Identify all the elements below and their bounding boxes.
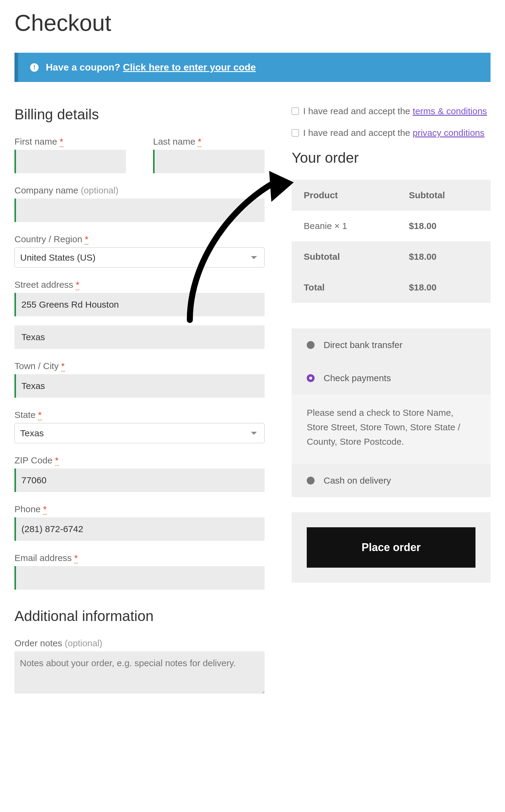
email-input[interactable] [14, 566, 265, 590]
phone-label: Phone * [14, 504, 265, 514]
order-header-product: Product [292, 180, 397, 211]
state-select[interactable]: Texas [14, 423, 265, 443]
page-title: Checkout [14, 10, 491, 36]
radio-icon [307, 374, 315, 382]
terms-checkbox[interactable] [292, 108, 299, 115]
privacy-consent-row: I have read and accept the privacy condi… [292, 128, 491, 138]
country-label: Country / Region * [14, 234, 265, 244]
phone-input[interactable] [14, 517, 265, 541]
place-order-button[interactable]: Place order [307, 527, 476, 568]
radio-icon [307, 341, 315, 349]
zip-label: ZIP Code * [14, 455, 265, 465]
subtotal-label: Subtotal [292, 241, 397, 272]
pay-option-cod-label: Cash on delivery [324, 475, 391, 486]
first-name-label: First name * [14, 137, 126, 147]
pay-check-description: Please send a check to Store Name, Store… [292, 395, 491, 464]
city-label: Town / City * [14, 361, 265, 371]
email-label: Email address * [14, 553, 265, 563]
company-input[interactable] [14, 199, 265, 222]
additional-heading: Additional information [14, 608, 265, 624]
terms-prefix: I have read and accept the [303, 106, 413, 116]
pay-option-bank[interactable]: Direct bank transfer [292, 329, 491, 362]
line-item-price: $18.00 [397, 211, 491, 241]
street-input-2[interactable] [14, 326, 265, 349]
table-row: Subtotal $18.00 [292, 241, 491, 272]
order-notes-label: Order notes (optional) [14, 638, 265, 648]
info-icon: ! [30, 63, 38, 72]
privacy-prefix: I have read and accept the [303, 128, 413, 138]
total-label: Total [292, 272, 397, 303]
pay-option-bank-label: Direct bank transfer [324, 340, 402, 350]
order-notes-input[interactable] [14, 651, 265, 693]
table-row: Beanie × 1 $18.00 [292, 211, 491, 241]
place-order-wrap: Place order [292, 512, 491, 583]
coupon-question: Have a coupon? [46, 62, 120, 72]
coupon-banner: ! Have a coupon? Click here to enter you… [14, 53, 491, 82]
total-value: $18.00 [397, 272, 491, 303]
last-name-input[interactable] [153, 150, 265, 173]
street-input-1[interactable] [14, 293, 265, 317]
order-header-subtotal: Subtotal [397, 180, 491, 211]
radio-icon [307, 477, 315, 484]
street-label: Street address * [14, 279, 265, 290]
state-label: State * [14, 410, 265, 420]
terms-consent-row: I have read and accept the terms & condi… [292, 106, 491, 116]
company-label: Company name (optional) [14, 185, 265, 196]
privacy-checkbox[interactable] [292, 129, 299, 137]
table-row: Total $18.00 [292, 272, 491, 303]
city-input[interactable] [14, 374, 265, 398]
pay-option-cod[interactable]: Cash on delivery [292, 464, 491, 497]
pay-option-check[interactable]: Check payments [292, 362, 491, 395]
line-item-name: Beanie × 1 [292, 211, 397, 241]
billing-heading: Billing details [14, 106, 265, 123]
zip-input[interactable] [14, 468, 265, 492]
order-heading: Your order [292, 150, 491, 166]
privacy-link[interactable]: privacy conditions [413, 128, 485, 138]
order-table: Product Subtotal Beanie × 1 $18.00 Subto… [292, 180, 491, 303]
payment-block: Direct bank transfer Check payments Plea… [292, 329, 491, 497]
country-select[interactable]: United States (US) [14, 247, 265, 267]
first-name-input[interactable] [14, 150, 126, 173]
last-name-label: Last name * [153, 137, 265, 147]
subtotal-value: $18.00 [397, 241, 491, 272]
coupon-link[interactable]: Click here to enter your code [123, 62, 256, 72]
terms-link[interactable]: terms & conditions [413, 106, 487, 116]
pay-option-check-label: Check payments [324, 373, 391, 383]
